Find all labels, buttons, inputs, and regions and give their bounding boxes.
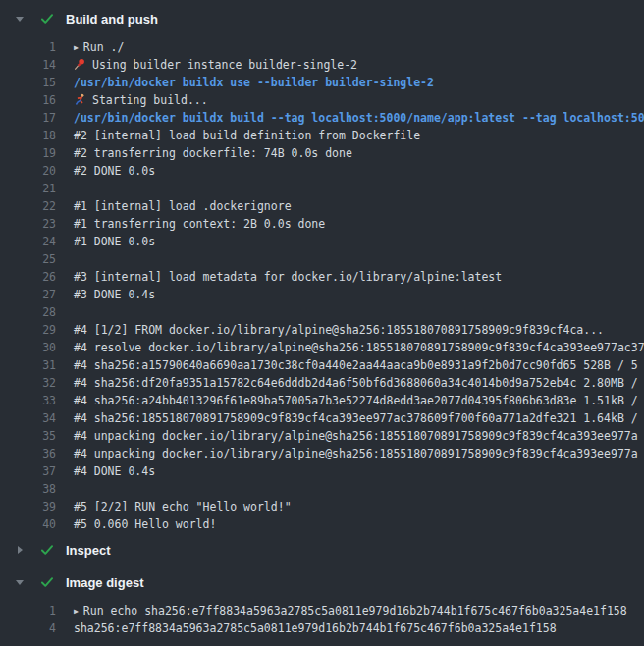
log-line: 29#4 [1/2] FROM docker.io/library/alpine… xyxy=(0,321,644,339)
line-number-link[interactable]: 4 xyxy=(0,619,56,637)
log-line: 27#3 DONE 0.4s xyxy=(0,286,644,303)
check-success-icon xyxy=(39,11,55,27)
log-line-text: #4 [1/2] FROM docker.io/library/alpine@s… xyxy=(56,321,644,339)
log-line: 25 xyxy=(0,250,644,268)
line-number-link[interactable]: 36 xyxy=(0,445,56,462)
line-number-link[interactable]: 38 xyxy=(0,480,56,498)
log-line: 31#4 sha256:a15790640a6690aa1730c38cf0a4… xyxy=(0,356,644,374)
line-number-link[interactable]: 23 xyxy=(0,215,56,233)
log-line: 38 xyxy=(0,480,644,498)
line-number-link[interactable]: 1 xyxy=(0,602,56,619)
log-line: 33#4 sha256:a24bb4013296f61e89ba57005a7b… xyxy=(0,392,644,409)
log-line: 24#1 DONE 0.0s xyxy=(0,233,644,250)
log-text: #4 resolve docker.io/library/alpine@sha2… xyxy=(74,341,644,354)
line-number-link[interactable]: 1 xyxy=(0,38,56,56)
log-line: 34#4 sha256:185518070891758909c9f839cf4c… xyxy=(0,409,644,427)
line-number-link[interactable]: 16 xyxy=(0,91,56,109)
log-text: #3 DONE 0.4s xyxy=(74,288,155,301)
line-number-link[interactable]: 40 xyxy=(0,515,56,533)
log-line: 1▶Run ./ xyxy=(0,38,644,56)
step-header-image-digest[interactable]: Image digest xyxy=(0,568,644,596)
log-line-text: #3 [internal] load metadata for docker.i… xyxy=(56,268,644,286)
log-text: #5 0.060 Hello world! xyxy=(74,517,216,531)
log-text: #4 unpacking docker.io/library/alpine@sh… xyxy=(74,447,638,460)
line-number-link[interactable]: 14 xyxy=(0,56,56,74)
log-line: 1▶Run echo sha256:e7ff8834a5963a2785c5a0… xyxy=(0,602,644,619)
line-number-link[interactable]: 21 xyxy=(0,180,56,197)
log-text: Using builder instance builder-single-2 xyxy=(92,58,357,72)
log-line-text: #1 DONE 0.0s xyxy=(56,233,644,250)
line-number-link[interactable]: 34 xyxy=(0,409,56,427)
log-text: #1 DONE 0.0s xyxy=(74,235,155,248)
log-text: /usr/bin/docker buildx use --builder bui… xyxy=(74,76,434,89)
log-line-text: #4 sha256:a24bb4013296f61e89ba57005a7b3e… xyxy=(56,392,644,409)
log-text: #2 DONE 0.0s xyxy=(74,164,155,178)
line-number-link[interactable]: 19 xyxy=(0,144,56,162)
log-text: #1 [internal] load .dockerignore xyxy=(74,199,292,213)
log-line-text: #4 resolve docker.io/library/alpine@sha2… xyxy=(56,339,644,356)
log-line-text: #1 transferring context: 2B 0.0s done xyxy=(56,215,644,233)
line-number-link[interactable]: 27 xyxy=(0,286,56,303)
line-number-link[interactable]: 25 xyxy=(0,250,56,268)
log-line-text: #4 sha256:df20fa9351a15782c64e6dddb2d4a6… xyxy=(56,374,644,392)
log-line-text xyxy=(56,303,644,321)
log-line: 19#2 transferring dockerfile: 74B 0.0s d… xyxy=(0,144,644,162)
log-line-text: #2 transferring dockerfile: 74B 0.0s don… xyxy=(56,144,644,162)
log-line: 30#4 resolve docker.io/library/alpine@sh… xyxy=(0,339,644,356)
chevron-down-icon[interactable] xyxy=(12,574,27,590)
log-text: #2 transferring dockerfile: 74B 0.0s don… xyxy=(74,146,352,160)
log-text: #4 sha256:a15790640a6690aa1730c38cf0a440… xyxy=(74,358,638,372)
log-text: #4 unpacking docker.io/library/alpine@sh… xyxy=(74,429,638,443)
check-success-icon xyxy=(39,574,55,590)
line-number-link[interactable]: 39 xyxy=(0,498,56,515)
log-line-text: sha256:e7ff8834a5963a2785c5a0811e979d16b… xyxy=(56,619,644,637)
log-text: #4 sha256:185518070891758909c9f839cf4ca3… xyxy=(74,411,638,425)
chevron-down-icon[interactable] xyxy=(12,11,27,27)
line-number-link[interactable]: 31 xyxy=(0,356,56,374)
log-line: 14Using builder instance builder-single-… xyxy=(0,56,644,74)
line-number-link[interactable]: 33 xyxy=(0,392,56,409)
expander-arrow-icon[interactable]: ▶ xyxy=(74,39,79,56)
log-line-text: Using builder instance builder-single-2 xyxy=(56,56,644,74)
step-title: Image digest xyxy=(66,575,143,590)
log-line-text: #5 0.060 Hello world! xyxy=(56,515,644,533)
line-number-link[interactable]: 30 xyxy=(0,339,56,356)
line-number-link[interactable]: 32 xyxy=(0,374,56,392)
log-text: #4 sha256:a24bb4013296f61e89ba57005a7b3e… xyxy=(74,394,638,407)
log-line: 4sha256:e7ff8834a5963a2785c5a0811e979d16… xyxy=(0,619,644,637)
step-header-build-and-push[interactable]: Build and push xyxy=(0,5,644,32)
log-line: 21 xyxy=(0,180,644,197)
line-number-link[interactable]: 26 xyxy=(0,268,56,286)
log-line: 37#4 DONE 0.4s xyxy=(0,462,644,480)
line-number-link[interactable]: 37 xyxy=(0,462,56,480)
log-text: #4 sha256:df20fa9351a15782c64e6dddb2d4a6… xyxy=(74,376,638,390)
line-number-link[interactable]: 17 xyxy=(0,109,56,127)
line-number-link[interactable]: 22 xyxy=(0,197,56,215)
line-number-link[interactable]: 24 xyxy=(0,233,56,250)
expander-arrow-icon[interactable]: ▶ xyxy=(74,603,79,619)
log-line: 18#2 [internal] load build definition fr… xyxy=(0,127,644,144)
log-line-text xyxy=(56,250,644,268)
log-line: 20#2 DONE 0.0s xyxy=(0,162,644,180)
step-header-inspect[interactable]: Inspect xyxy=(0,536,644,564)
log-line: 22#1 [internal] load .dockerignore xyxy=(0,197,644,215)
log-line: 40#5 0.060 Hello world! xyxy=(0,515,644,533)
log-line-text: #2 DONE 0.0s xyxy=(56,162,644,180)
log-line: 32#4 sha256:df20fa9351a15782c64e6dddb2d4… xyxy=(0,374,644,392)
log-text: #2 [internal] load build definition from… xyxy=(74,129,420,142)
step-section-inspect: Inspect xyxy=(0,536,644,564)
line-number-link[interactable]: 18 xyxy=(0,127,56,144)
line-number-link[interactable]: 35 xyxy=(0,427,56,445)
log-line: 17/usr/bin/docker buildx build --tag loc… xyxy=(0,109,644,127)
line-number-link[interactable]: 28 xyxy=(0,303,56,321)
log-line: 16Starting build... xyxy=(0,91,644,109)
line-number-link[interactable]: 20 xyxy=(0,162,56,180)
log-line-text: /usr/bin/docker buildx build --tag local… xyxy=(56,109,644,127)
chevron-right-icon[interactable] xyxy=(12,542,27,558)
line-number-link[interactable]: 29 xyxy=(0,321,56,339)
line-number-link[interactable]: 15 xyxy=(0,74,56,91)
log-text: Starting build... xyxy=(92,93,208,107)
log-line-text: #4 sha256:a15790640a6690aa1730c38cf0a440… xyxy=(56,356,644,374)
log-line-text: #2 [internal] load build definition from… xyxy=(56,127,644,144)
log-line-text: /usr/bin/docker buildx use --builder bui… xyxy=(56,74,644,91)
